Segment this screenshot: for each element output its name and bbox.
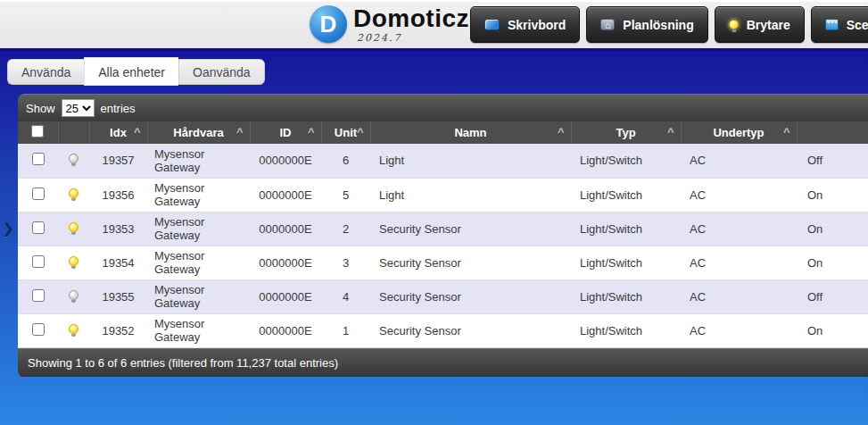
row-checkbox[interactable] [32,255,45,268]
cell-subtype: AC [681,144,797,178]
domoticz-logo-icon: D [310,5,347,43]
row-checkbox[interactable] [32,153,45,165]
sort-asc-icon[interactable]: ^ [558,125,565,138]
nav-button-brytare[interactable]: Brytare [715,6,805,43]
desktop-icon [484,19,500,30]
column-header-unit[interactable]: Unit^ [321,121,370,144]
table-length-bar: Show 25 entries [18,94,868,121]
cell-data: On [797,246,868,279]
table-header-row: Idx^Hårdvara^ID^Unit^Namn^Typ^Undertyp^ [18,121,868,144]
cell [58,144,89,178]
row-checkbox[interactable] [32,323,45,336]
cell-hardware: Mysensor Gateway [147,313,250,347]
app-header: D Domoticz 2024.7 Skrivbord⌂PlanlösningB… [0,0,868,51]
column-label: Undertyp [713,126,764,139]
cell [18,212,58,246]
cell-subtype: AC [681,212,797,246]
column-header-hårdvara[interactable]: Hårdvara^ [147,121,250,144]
sort-asc-icon[interactable]: ^ [134,125,141,138]
table-row[interactable]: 19352Mysensor Gateway0000000E1Security S… [18,313,868,347]
sort-asc-icon[interactable]: ^ [308,125,315,138]
floorplan-icon: ⌂ [600,19,615,30]
select-all-checkbox[interactable] [31,125,44,138]
cell-unit: 3 [321,246,370,279]
sort-asc-icon[interactable]: ^ [357,125,364,138]
column-header-blank [18,121,58,144]
table-row[interactable]: 19354Mysensor Gateway0000000E3Security S… [18,246,868,279]
bulb-on-icon [69,222,79,232]
bulb-off-icon [69,290,79,300]
nav-button-label: Scenarier [847,18,868,32]
column-header-idx[interactable]: Idx^ [89,121,147,144]
sort-asc-icon[interactable]: ^ [783,125,790,138]
cell-hardware: Mysensor Gateway [147,246,250,279]
logo: D Domoticz 2024.7 [310,5,469,44]
tab-oanvända[interactable]: Oanvända [178,59,265,85]
tab-använda[interactable]: Använda [7,59,84,85]
nav-button-label: Planlösning [623,18,693,32]
table-row[interactable]: 19357Mysensor Gateway0000000E6LightLight… [18,144,868,178]
devices-table: Idx^Hårdvara^ID^Unit^Namn^Typ^Undertyp^ … [18,121,868,348]
cell-data: Off [797,279,868,313]
cell-data: On [797,313,868,347]
cell-idx: 19352 [89,313,147,347]
cell [18,178,58,212]
entries-label: entries [101,102,136,115]
cell-data: Off [797,144,868,178]
sort-asc-icon[interactable]: ^ [236,125,244,138]
cell-unit: 2 [321,212,370,246]
bulb-icon [729,20,739,29]
row-checkbox[interactable] [32,188,45,200]
cell-name: Security Sensor [370,212,571,246]
nav-buttons: Skrivbord⌂PlanlösningBrytareScenarier [470,6,868,43]
table-info-text: Showing 1 to 6 of 6 entries (filtered fr… [28,356,338,370]
row-checkbox[interactable] [32,289,45,302]
table-row[interactable]: 19355Mysensor Gateway0000000E4Security S… [18,279,868,313]
column-header-typ[interactable]: Typ^ [571,121,681,144]
cell-id: 0000000E [250,178,321,212]
bulb-on-icon [69,256,79,266]
column-header-blank [58,121,89,144]
show-label: Show [26,102,55,115]
nav-button-skrivbord[interactable]: Skrivbord [470,6,580,43]
cell [58,313,89,347]
tab-alla-enheter[interactable]: Alla enheter [84,57,178,86]
cell-id: 0000000E [250,212,321,246]
cell-type: Light/Switch [571,246,681,279]
column-label: ID [280,126,292,139]
cell-type: Light/Switch [571,178,681,212]
cell-subtype: AC [681,246,797,279]
column-header-undertyp[interactable]: Undertyp^ [681,121,797,144]
sort-asc-icon[interactable]: ^ [667,125,674,138]
nav-button-planlösning[interactable]: ⌂Planlösning [586,6,707,43]
cell [58,246,89,279]
cell-idx: 19357 [89,144,147,178]
nav-button-label: Skrivbord [508,18,566,32]
cell-unit: 4 [321,279,370,313]
cell-name: Light [370,178,571,212]
table-row[interactable]: 19353Mysensor Gateway0000000E2Security S… [18,212,868,246]
column-header-id[interactable]: ID^ [250,121,321,144]
cell-hardware: Mysensor Gateway [147,144,250,178]
cell-idx: 19356 [89,178,147,212]
scenes-icon [825,19,839,30]
column-label: Idx [110,126,127,139]
sidebar-expand-icon[interactable]: ❯ [3,219,17,238]
cell-id: 0000000E [250,144,321,178]
column-header-namn[interactable]: Namn^ [370,121,571,144]
column-label: Typ [616,126,635,139]
page-size-select[interactable]: 25 [62,99,95,117]
table-row[interactable]: 19356Mysensor Gateway0000000E5LightLight… [18,178,868,212]
cell-name: Security Sensor [370,279,571,313]
devices-table-widget: Show 25 entries Idx^Hårdvara^ID^Unit^Nam… [18,94,868,377]
column-label: Namn [454,126,486,139]
cell-id: 0000000E [250,246,321,279]
column-label: Unit [335,126,357,139]
row-checkbox[interactable] [32,221,45,234]
cell-name: Security Sensor [370,313,571,347]
cell-unit: 6 [321,144,370,178]
bulb-on-icon [69,324,79,334]
nav-button-scenarier[interactable]: Scenarier [811,6,868,43]
cell-hardware: Mysensor Gateway [147,279,250,313]
cell-hardware: Mysensor Gateway [147,178,250,212]
